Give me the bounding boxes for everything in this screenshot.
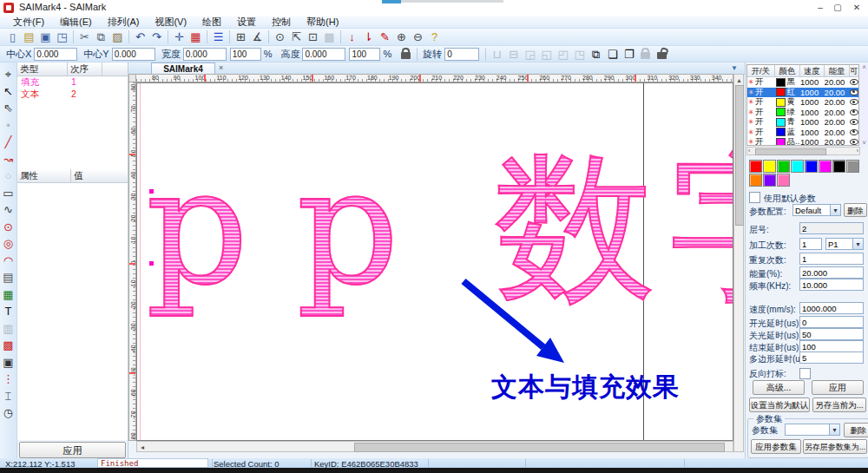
palette-swatch[interactable] (819, 160, 832, 173)
line-tool[interactable]: ╱ (1, 134, 16, 151)
vertical-scroll-thumb[interactable] (735, 85, 744, 226)
apply-button[interactable]: 应用 (19, 442, 126, 458)
menu-control[interactable]: 控制 (264, 16, 299, 29)
ellipse-tool[interactable]: ◎ (1, 235, 16, 253)
pen-table-vertical-scrollbar[interactable]: ˄ ˅ (860, 64, 868, 146)
column-on-off[interactable]: 开/关 (747, 65, 775, 76)
tab-close-icon[interactable]: × (219, 62, 227, 74)
group-icon[interactable]: ⧉ (588, 47, 604, 62)
column-speed[interactable]: 速度 (800, 65, 825, 76)
tab-saimark4[interactable]: SAIMark4 (151, 62, 215, 74)
timer-tool[interactable]: ◷ (1, 404, 16, 422)
drawing-canvas[interactable]: pp数字 文本与填充效果 (136, 82, 733, 441)
select-tool[interactable]: ↖ (1, 83, 16, 101)
scroll-up-icon[interactable]: ▴ (735, 76, 743, 85)
center-x-input[interactable] (34, 48, 77, 61)
ibeam-tool[interactable]: ⌶ (1, 388, 16, 405)
advanced-button[interactable]: 高级... (753, 380, 805, 395)
mark-param-icon[interactable]: ⇂ (360, 30, 377, 44)
scroll-left-icon[interactable]: ‹ (748, 148, 750, 154)
transform-icon[interactable]: ⊞ (233, 30, 249, 44)
minimize-button[interactable]: – (814, 2, 826, 13)
column-property[interactable]: 属性 (17, 169, 71, 182)
delete-param-set-button[interactable]: 删除 (844, 423, 868, 437)
reverse-mark-checkbox[interactable] (799, 368, 811, 379)
new-file-icon[interactable]: ▯ (4, 30, 21, 44)
polyline-tool[interactable]: ↝ (1, 151, 16, 168)
arc-tool[interactable]: ◠ (1, 253, 16, 270)
text-tool[interactable]: T (1, 303, 16, 320)
delay-dots-tool[interactable]: ⋮ (1, 371, 16, 388)
measure-icon[interactable]: ∡ (249, 30, 266, 44)
pick-point-icon[interactable]: ⇱ (288, 30, 305, 44)
width-input[interactable] (183, 48, 227, 61)
palette-swatch[interactable] (763, 174, 776, 187)
column-power[interactable]: 能量 (825, 65, 851, 76)
zoom-out-icon[interactable]: ⊖ (410, 30, 426, 44)
param-set-select[interactable] (785, 424, 840, 436)
menu-edit[interactable]: 编辑(E) (52, 16, 100, 29)
open-file-icon[interactable]: ▤ (21, 30, 37, 44)
menu-settings[interactable]: 设置 (229, 16, 264, 29)
column-order[interactable]: 次序 (68, 62, 102, 76)
apply-param-set-button[interactable]: 应用参数集 (751, 439, 801, 454)
zoom-select-icon[interactable]: ⊙ (272, 30, 288, 44)
unlock-object-icon[interactable] (657, 52, 667, 59)
frequency-input[interactable] (799, 279, 864, 291)
bring-to-front-icon[interactable]: ❏ (604, 47, 621, 62)
fit-window-icon[interactable]: ⊡ (305, 30, 321, 44)
menu-help[interactable]: 帮助(H) (299, 16, 346, 29)
height-input[interactable] (302, 48, 345, 61)
canvas-horizontal-scrollbar[interactable]: ◂ (136, 441, 733, 452)
end-delay-input[interactable] (799, 340, 864, 352)
save-file-icon[interactable]: ▣ (37, 30, 54, 44)
use-default-checkbox[interactable] (749, 192, 760, 203)
laser-on-delay-input[interactable] (799, 316, 864, 328)
menu-view[interactable]: 视图(V) (147, 16, 194, 29)
scroll-right-icon[interactable]: › (857, 148, 858, 154)
palette-swatch[interactable] (791, 160, 804, 173)
column-value[interactable]: 值 (71, 169, 128, 182)
palette-swatch[interactable] (749, 174, 762, 187)
hatch-grid-icon[interactable]: ▦ (187, 30, 204, 44)
scroll-down-icon[interactable]: ˅ (860, 140, 868, 146)
palette-swatch[interactable] (777, 174, 790, 187)
node-select-tool[interactable]: ⇖ (1, 100, 16, 117)
pen-table-horizontal-scrollbar[interactable]: ‹ › (746, 147, 860, 155)
rotation-input[interactable] (444, 48, 479, 61)
cut-icon[interactable]: ✂ (76, 30, 93, 44)
palette-swatch[interactable] (777, 160, 790, 173)
save-layer-param-set-button[interactable]: 另存层参数集为... (803, 439, 867, 454)
column-visible[interactable]: 可 (850, 65, 858, 76)
energy-input[interactable] (799, 266, 864, 279)
circle-tool[interactable]: ⊙ (1, 219, 16, 236)
pen-scroll-thumb[interactable] (755, 148, 826, 155)
red-pen-icon[interactable]: ✎ (377, 30, 393, 44)
width-percent-input[interactable] (230, 48, 261, 61)
palette-swatch[interactable] (763, 160, 776, 173)
maximize-button[interactable]: ▢ (832, 2, 844, 13)
zoom-in-icon[interactable]: ⊕ (393, 30, 410, 44)
object-row[interactable]: 文本2 (17, 89, 128, 101)
hatch-tool[interactable]: ▩ (1, 337, 16, 354)
menu-file[interactable]: 文件(F) (5, 16, 52, 29)
delete-config-button[interactable]: 删除 (844, 203, 867, 217)
undo-icon[interactable]: ↶ (132, 30, 148, 44)
repeat-count-input[interactable] (799, 253, 864, 265)
qrcode-tool[interactable]: ▣ (1, 354, 16, 371)
layer-number-input[interactable] (799, 222, 864, 234)
height-percent-input[interactable] (349, 48, 380, 61)
column-color[interactable]: 颜色 (775, 65, 801, 76)
origin-tool[interactable]: ⌖ (1, 66, 16, 83)
process-count-input[interactable] (799, 238, 822, 250)
pen-row[interactable]: ✳开品..100020.00 (747, 137, 858, 146)
horizontal-scroll-thumb[interactable] (354, 443, 725, 452)
close-button[interactable]: ✕ (851, 2, 863, 13)
menu-draw[interactable]: 绘图 (194, 16, 229, 29)
apply-params-button[interactable]: 应用 (812, 380, 864, 395)
laser-off-delay-input[interactable] (799, 328, 864, 340)
canvas-vertical-scrollbar[interactable]: ▴ (733, 74, 744, 452)
save-as-current-button[interactable]: 另存当前为... (812, 397, 866, 412)
fill-icon[interactable]: ☰ (210, 30, 227, 44)
help-icon[interactable]: ? (426, 30, 443, 44)
